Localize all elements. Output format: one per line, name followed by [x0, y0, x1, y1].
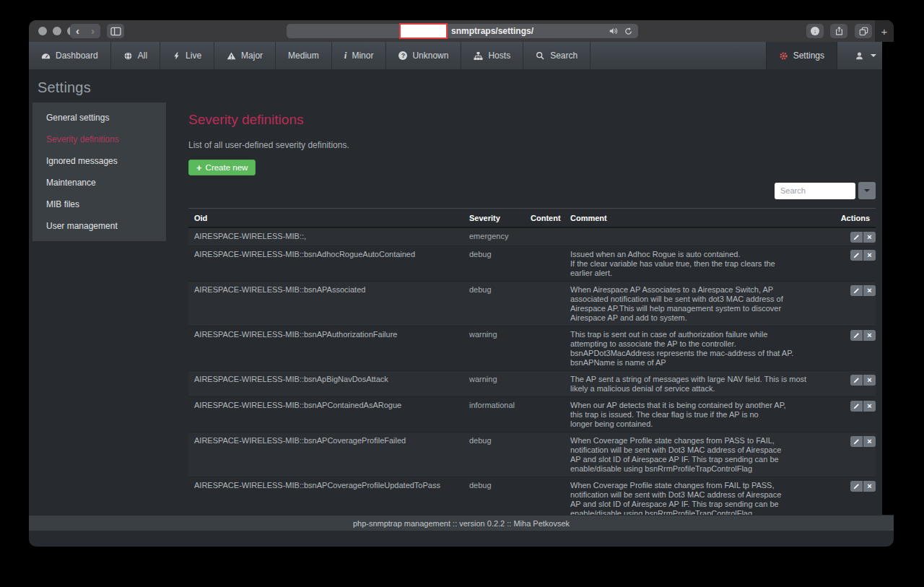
- warning-icon: [227, 51, 236, 61]
- section-description: List of all user-defined severity defini…: [188, 140, 876, 150]
- table-row: AIRESPACE-WIRELESS-MIB::,emergency×: [188, 227, 876, 246]
- delete-button[interactable]: ×: [863, 250, 876, 261]
- pencil-icon: [853, 483, 860, 490]
- edit-button[interactable]: [850, 330, 863, 341]
- minimize-window-icon[interactable]: [53, 27, 61, 35]
- sidebar-item-general-settings[interactable]: General settings: [32, 107, 166, 129]
- sidebar-item-severity-definitions[interactable]: Severity definitions: [32, 129, 166, 150]
- sidebar-item-maintenance[interactable]: Maintenance: [32, 172, 166, 194]
- downloads-button[interactable]: ↓: [806, 24, 824, 38]
- cell-comment: When our AP detects that it is being con…: [565, 397, 832, 432]
- delete-button[interactable]: ×: [863, 436, 876, 447]
- nav-item-medium[interactable]: Medium: [276, 42, 332, 69]
- cell-severity: debug: [463, 432, 525, 477]
- delete-button[interactable]: ×: [863, 375, 876, 386]
- sidebar-item-mib-files[interactable]: MIB files: [32, 194, 166, 215]
- table-row: AIRESPACE-WIRELESS-MIB::bsnAPAuthorizati…: [188, 326, 876, 371]
- edit-button[interactable]: [850, 250, 863, 261]
- nav-settings-label: Settings: [793, 51, 824, 61]
- sidebar-toggle-button[interactable]: [107, 24, 124, 38]
- nav-item-label: Unknown: [412, 51, 448, 61]
- history-nav-group: ‹ ›: [70, 24, 100, 38]
- cell-actions: ×: [832, 371, 876, 397]
- delete-button[interactable]: ×: [863, 330, 876, 341]
- pencil-icon: [853, 403, 860, 409]
- cell-comment: [565, 227, 832, 246]
- pencil-icon: [853, 287, 860, 294]
- section-heading: Severity definitions: [188, 112, 876, 128]
- nav-item-settings[interactable]: Settings: [766, 42, 837, 69]
- sidebar-item-ignored-messages[interactable]: Ignored messages: [32, 150, 166, 172]
- nav-item-live[interactable]: Live: [160, 42, 214, 69]
- delete-button[interactable]: ×: [863, 401, 876, 412]
- forward-button[interactable]: ›: [85, 25, 100, 38]
- cell-content: [525, 282, 565, 326]
- main-panel: Severity definitions List of all user-de…: [188, 103, 876, 515]
- search-options-button[interactable]: [858, 182, 876, 199]
- reload-icon[interactable]: [624, 26, 633, 39]
- browser-toolbar: ‹ › snmptraps/settings/ ↓ +: [29, 20, 894, 42]
- table-search-row: [188, 182, 876, 199]
- cell-comment: This trap is sent out in case of authori…: [565, 326, 832, 371]
- create-new-button[interactable]: + Create new: [188, 160, 256, 175]
- edit-button[interactable]: [850, 232, 863, 243]
- table-row: AIRESPACE-WIRELESS-MIB::bsnAPAssociatedd…: [188, 282, 876, 326]
- cell-comment: When Coverage Profile state changes from…: [565, 477, 832, 516]
- page-footer: php-snmptrap management :: version 0.2.2…: [29, 515, 894, 531]
- pencil-icon: [853, 234, 860, 240]
- cell-content: [525, 326, 565, 371]
- nav-item-label: Search: [550, 51, 578, 61]
- delete-button[interactable]: ×: [863, 232, 876, 243]
- nav-item-dashboard[interactable]: Dashboard: [29, 42, 111, 69]
- audio-icon[interactable]: [609, 26, 619, 39]
- gear-icon: [779, 51, 788, 61]
- globe-icon: [123, 51, 133, 61]
- edit-button[interactable]: [850, 285, 863, 296]
- edit-button[interactable]: [850, 436, 863, 447]
- table-row: AIRESPACE-WIRELESS-MIB::bsnApBigNavDosAt…: [188, 371, 876, 397]
- bolt-icon: [173, 51, 180, 61]
- nav-item-search[interactable]: Search: [523, 42, 590, 69]
- close-window-icon[interactable]: [38, 27, 47, 35]
- new-tab-button[interactable]: +: [875, 20, 894, 42]
- nav-item-hosts[interactable]: Hosts: [461, 42, 523, 69]
- nav-item-all[interactable]: All: [111, 42, 160, 69]
- column-header-actions: Actions: [832, 209, 876, 228]
- caret-down-icon: [864, 189, 870, 192]
- nav-item-unknown[interactable]: ?Unknown: [386, 42, 461, 69]
- nav-item-minor[interactable]: iMinor: [332, 42, 387, 69]
- cell-oid: AIRESPACE-WIRELESS-MIB::bsnAPAssociated: [188, 282, 463, 326]
- back-button[interactable]: ‹: [70, 25, 85, 38]
- tab-overview-button[interactable]: [855, 24, 872, 38]
- share-button[interactable]: [830, 24, 847, 38]
- delete-button[interactable]: ×: [863, 285, 876, 296]
- address-bar[interactable]: snmptraps/settings/: [287, 24, 638, 38]
- cell-comment: Issued when an Adhoc Rogue is auto conta…: [565, 246, 832, 282]
- user-icon: [855, 51, 864, 61]
- cell-oid: AIRESPACE-WIRELESS-MIB::,: [188, 227, 463, 246]
- table-body: AIRESPACE-WIRELESS-MIB::,emergency×AIRES…: [188, 227, 876, 515]
- nav-item-label: Minor: [352, 51, 373, 61]
- pencil-icon: [853, 252, 860, 258]
- cell-oid: AIRESPACE-WIRELESS-MIB::bsnApBigNavDosAt…: [188, 371, 463, 397]
- dashboard-icon: [41, 51, 51, 61]
- sitemap-icon: [474, 51, 483, 61]
- nav-item-major[interactable]: Major: [214, 42, 276, 69]
- sidebar-toggle-icon: [110, 27, 121, 36]
- edit-button[interactable]: [850, 375, 863, 386]
- delete-button[interactable]: ×: [863, 481, 876, 492]
- pencil-icon: [853, 332, 860, 339]
- nav-item-label: Hosts: [488, 51, 510, 61]
- search-input[interactable]: [775, 183, 855, 199]
- cell-actions: ×: [832, 246, 876, 282]
- cell-severity: emergency: [463, 227, 525, 246]
- top-navbar: DashboardAllLiveMajorMediumiMinor?Unknow…: [29, 42, 894, 69]
- nav-item-label: All: [138, 51, 147, 61]
- column-header-oid: Oid: [188, 209, 463, 228]
- pencil-icon: [853, 377, 860, 383]
- sidebar-item-user-management[interactable]: User management: [32, 215, 166, 237]
- edit-button[interactable]: [850, 401, 863, 412]
- cell-oid: AIRESPACE-WIRELESS-MIB::bsnAPAuthorizati…: [188, 326, 463, 371]
- download-icon: ↓: [811, 27, 819, 35]
- edit-button[interactable]: [850, 481, 863, 492]
